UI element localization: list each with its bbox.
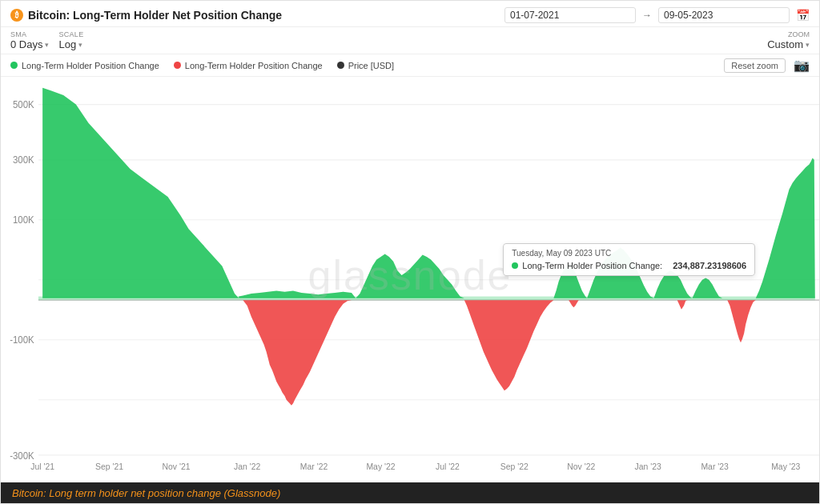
svg-text:Jul '22: Jul '22 — [436, 462, 460, 472]
scale-value: Log — [58, 38, 76, 50]
svg-text:100K: 100K — [13, 214, 34, 226]
svg-text:Mar '23: Mar '23 — [701, 462, 728, 472]
svg-text:Mar '22: Mar '22 — [300, 462, 328, 472]
svg-text:Jan '22: Jan '22 — [234, 462, 260, 472]
svg-text:-100K: -100K — [10, 334, 34, 346]
zoom-select[interactable]: Custom ▾ — [767, 38, 810, 50]
bottom-bar-text: Bitcoin: Long term holder net position c… — [12, 487, 280, 499]
title-section: ₿ Bitcoin: Long-Term Holder Net Position… — [10, 9, 282, 22]
legend-dot-price — [337, 62, 344, 69]
chart-area: glassnode 500K 300K 100K -100K -300K — [1, 77, 819, 474]
tooltip-box: Tuesday, May 09 2023 UTC Long-Term Holde… — [503, 243, 755, 276]
sma-select[interactable]: 0 Days ▾ — [10, 38, 49, 50]
tooltip-value: Long-Term Holder Position Change: 234,88… — [512, 261, 746, 270]
svg-text:May '23: May '23 — [771, 462, 800, 472]
camera-icon[interactable]: 📷 — [794, 58, 810, 73]
calendar-icon[interactable]: 📅 — [796, 9, 810, 22]
bottom-bar: Bitcoin: Long term holder net position c… — [1, 482, 819, 503]
legend-label-price: Price [USD] — [348, 61, 394, 70]
sma-label: SMA — [10, 30, 49, 38]
legend-item-green: Long-Term Holder Position Change — [10, 61, 159, 70]
legend-actions: Reset zoom 📷 — [724, 58, 810, 73]
svg-text:Jan '23: Jan '23 — [635, 462, 661, 472]
svg-text:-300K: -300K — [10, 450, 34, 462]
zoom-value-text: Custom — [767, 38, 803, 50]
chart-title: Bitcoin: Long-Term Holder Net Position C… — [28, 9, 282, 22]
tooltip-value-number: 234,887.23198606 — [673, 261, 746, 270]
legend-row: Long-Term Holder Position Change Long-Te… — [1, 54, 819, 77]
sma-control: SMA 0 Days ▾ — [10, 30, 49, 50]
btc-icon: ₿ — [10, 9, 23, 22]
zoom-chevron-icon: ▾ — [806, 41, 810, 49]
svg-text:500K: 500K — [13, 99, 34, 111]
scale-label: Scale — [58, 30, 83, 38]
zoom-label: Zoom — [788, 30, 810, 38]
date-arrow: → — [642, 10, 652, 21]
legend-label-red: Long-Term Holder Position Change — [185, 61, 323, 70]
svg-text:May '22: May '22 — [366, 462, 395, 472]
svg-text:300K: 300K — [13, 154, 34, 166]
controls-left: SMA 0 Days ▾ Scale Log ▾ — [10, 30, 83, 50]
svg-text:Nov '22: Nov '22 — [567, 462, 595, 472]
legend-dot-red — [174, 62, 181, 69]
date-range-section: → 📅 — [504, 7, 810, 23]
svg-text:Sep '22: Sep '22 — [500, 462, 529, 472]
reset-zoom-button[interactable]: Reset zoom — [724, 58, 786, 73]
legend-item-price: Price [USD] — [337, 61, 394, 70]
controls-row: SMA 0 Days ▾ Scale Log ▾ Zoom Custom ▾ — [1, 27, 819, 54]
svg-text:Nov '21: Nov '21 — [162, 462, 190, 472]
date-start-input[interactable] — [504, 7, 636, 23]
sma-value: 0 Days — [10, 38, 42, 50]
scale-select[interactable]: Log ▾ — [58, 38, 83, 50]
tooltip-date: Tuesday, May 09 2023 UTC — [512, 249, 746, 258]
tooltip-dot — [512, 262, 518, 269]
legend-label-green: Long-Term Holder Position Change — [22, 61, 159, 70]
tooltip-series-label: Long-Term Holder Position Change: — [522, 261, 662, 270]
scale-control: Scale Log ▾ — [58, 30, 83, 50]
legend-dot-green — [10, 62, 18, 69]
scale-chevron-icon: ▾ — [78, 41, 82, 49]
legend-items: Long-Term Holder Position Change Long-Te… — [10, 61, 394, 70]
svg-text:Jul '21: Jul '21 — [30, 462, 54, 472]
sma-chevron-icon: ▾ — [45, 41, 49, 49]
legend-item-red: Long-Term Holder Position Change — [174, 61, 323, 70]
header-row: ₿ Bitcoin: Long-Term Holder Net Position… — [1, 1, 819, 27]
chart-container: ₿ Bitcoin: Long-Term Holder Net Position… — [0, 0, 820, 504]
svg-rect-13 — [38, 297, 815, 301]
date-end-input[interactable] — [658, 7, 790, 23]
svg-text:Sep '21: Sep '21 — [95, 462, 123, 472]
zoom-section: Zoom Custom ▾ — [767, 30, 810, 50]
